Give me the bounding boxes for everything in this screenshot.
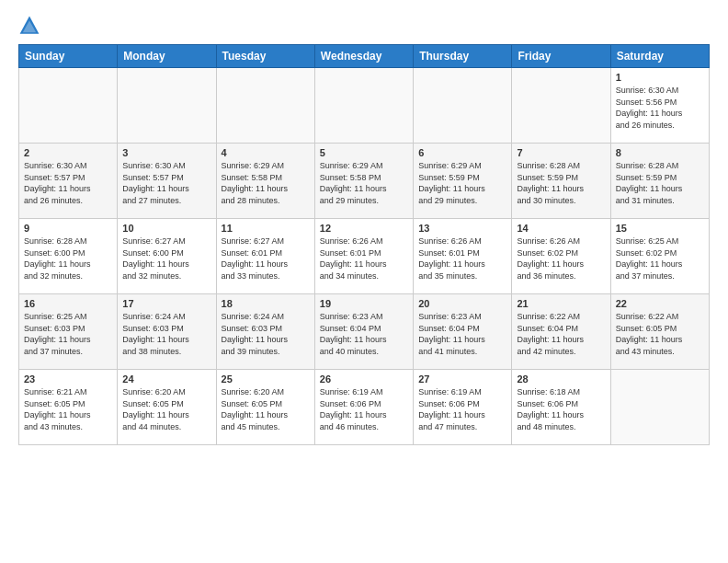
day-number: 9 xyxy=(24,223,112,234)
calendar-cell: 22Sunrise: 6:22 AMSunset: 6:05 PMDayligh… xyxy=(610,294,709,370)
calendar-cell xyxy=(610,370,709,445)
day-number: 6 xyxy=(418,147,506,158)
calendar-cell xyxy=(216,68,314,144)
day-number: 12 xyxy=(320,223,408,234)
calendar-cell: 6Sunrise: 6:29 AMSunset: 5:59 PMDaylight… xyxy=(414,144,512,219)
calendar-cell: 23Sunrise: 6:21 AMSunset: 6:05 PMDayligh… xyxy=(19,370,118,445)
day-info: Sunrise: 6:28 AMSunset: 5:59 PMDaylight:… xyxy=(616,160,704,206)
weekday-saturday: Saturday xyxy=(610,45,709,68)
day-info: Sunrise: 6:25 AMSunset: 6:03 PMDaylight:… xyxy=(24,311,112,357)
day-number: 2 xyxy=(24,147,112,158)
weekday-tuesday: Tuesday xyxy=(216,45,314,68)
week-row-3: 9Sunrise: 6:28 AMSunset: 6:00 PMDaylight… xyxy=(19,219,710,294)
calendar-cell: 11Sunrise: 6:27 AMSunset: 6:01 PMDayligh… xyxy=(216,219,314,294)
calendar-cell: 2Sunrise: 6:30 AMSunset: 5:57 PMDaylight… xyxy=(19,144,118,219)
day-number: 17 xyxy=(122,298,210,309)
calendar-cell: 18Sunrise: 6:24 AMSunset: 6:03 PMDayligh… xyxy=(216,294,314,370)
day-info: Sunrise: 6:23 AMSunset: 6:04 PMDaylight:… xyxy=(418,311,506,357)
calendar: SundayMondayTuesdayWednesdayThursdayFrid… xyxy=(18,44,710,445)
calendar-cell: 21Sunrise: 6:22 AMSunset: 6:04 PMDayligh… xyxy=(512,294,610,370)
calendar-cell: 20Sunrise: 6:23 AMSunset: 6:04 PMDayligh… xyxy=(414,294,512,370)
week-row-5: 23Sunrise: 6:21 AMSunset: 6:05 PMDayligh… xyxy=(19,370,710,445)
day-number: 14 xyxy=(517,223,605,234)
day-info: Sunrise: 6:22 AMSunset: 6:05 PMDaylight:… xyxy=(616,311,704,357)
day-number: 16 xyxy=(24,298,112,309)
day-number: 25 xyxy=(222,373,310,385)
day-number: 21 xyxy=(517,298,605,309)
calendar-cell: 14Sunrise: 6:26 AMSunset: 6:02 PMDayligh… xyxy=(512,219,610,294)
day-number: 26 xyxy=(320,373,408,385)
day-number: 8 xyxy=(616,147,704,158)
day-info: Sunrise: 6:24 AMSunset: 6:03 PMDaylight:… xyxy=(222,311,310,357)
calendar-cell: 26Sunrise: 6:19 AMSunset: 6:06 PMDayligh… xyxy=(314,370,413,445)
day-info: Sunrise: 6:29 AMSunset: 5:58 PMDaylight:… xyxy=(320,160,408,206)
weekday-monday: Monday xyxy=(118,45,216,68)
calendar-cell: 24Sunrise: 6:20 AMSunset: 6:05 PMDayligh… xyxy=(118,370,216,445)
day-info: Sunrise: 6:27 AMSunset: 6:00 PMDaylight:… xyxy=(122,236,210,282)
day-info: Sunrise: 6:29 AMSunset: 5:58 PMDaylight:… xyxy=(222,160,310,206)
day-info: Sunrise: 6:20 AMSunset: 6:05 PMDaylight:… xyxy=(122,386,210,432)
weekday-sunday: Sunday xyxy=(19,45,118,68)
calendar-cell: 4Sunrise: 6:29 AMSunset: 5:58 PMDaylight… xyxy=(216,144,314,219)
calendar-cell: 1Sunrise: 6:30 AMSunset: 5:56 PMDaylight… xyxy=(610,68,709,144)
calendar-cell xyxy=(512,68,610,144)
day-info: Sunrise: 6:28 AMSunset: 6:00 PMDaylight:… xyxy=(24,236,112,282)
day-info: Sunrise: 6:24 AMSunset: 6:03 PMDaylight:… xyxy=(122,311,210,357)
day-info: Sunrise: 6:30 AMSunset: 5:56 PMDaylight:… xyxy=(616,85,704,131)
day-number: 5 xyxy=(320,147,408,158)
calendar-cell: 9Sunrise: 6:28 AMSunset: 6:00 PMDaylight… xyxy=(19,219,118,294)
calendar-cell: 7Sunrise: 6:28 AMSunset: 5:59 PMDaylight… xyxy=(512,144,610,219)
page: SundayMondayTuesdayWednesdayThursdayFrid… xyxy=(0,0,728,563)
day-info: Sunrise: 6:29 AMSunset: 5:59 PMDaylight:… xyxy=(418,160,506,206)
calendar-cell: 8Sunrise: 6:28 AMSunset: 5:59 PMDaylight… xyxy=(610,144,709,219)
day-number: 24 xyxy=(122,373,210,385)
header xyxy=(18,15,710,37)
week-row-4: 16Sunrise: 6:25 AMSunset: 6:03 PMDayligh… xyxy=(19,294,710,370)
calendar-cell: 3Sunrise: 6:30 AMSunset: 5:57 PMDaylight… xyxy=(118,144,216,219)
calendar-cell: 28Sunrise: 6:18 AMSunset: 6:06 PMDayligh… xyxy=(512,370,610,445)
day-info: Sunrise: 6:26 AMSunset: 6:01 PMDaylight:… xyxy=(320,236,408,282)
day-number: 7 xyxy=(517,147,605,158)
day-number: 19 xyxy=(320,298,408,309)
logo-icon xyxy=(18,15,40,37)
day-number: 1 xyxy=(616,72,704,83)
day-info: Sunrise: 6:19 AMSunset: 6:06 PMDaylight:… xyxy=(418,386,506,432)
day-info: Sunrise: 6:26 AMSunset: 6:02 PMDaylight:… xyxy=(517,236,605,282)
day-number: 10 xyxy=(122,223,210,234)
calendar-cell xyxy=(314,68,413,144)
calendar-cell xyxy=(19,68,118,144)
week-row-2: 2Sunrise: 6:30 AMSunset: 5:57 PMDaylight… xyxy=(19,144,710,219)
week-row-1: 1Sunrise: 6:30 AMSunset: 5:56 PMDaylight… xyxy=(19,68,710,144)
day-number: 22 xyxy=(616,298,704,309)
day-info: Sunrise: 6:25 AMSunset: 6:02 PMDaylight:… xyxy=(616,236,704,282)
weekday-header-row: SundayMondayTuesdayWednesdayThursdayFrid… xyxy=(19,45,710,68)
day-info: Sunrise: 6:27 AMSunset: 6:01 PMDaylight:… xyxy=(222,236,310,282)
day-info: Sunrise: 6:18 AMSunset: 6:06 PMDaylight:… xyxy=(517,386,605,432)
calendar-cell: 15Sunrise: 6:25 AMSunset: 6:02 PMDayligh… xyxy=(610,219,709,294)
day-number: 4 xyxy=(222,147,310,158)
day-number: 28 xyxy=(517,373,605,385)
calendar-cell: 12Sunrise: 6:26 AMSunset: 6:01 PMDayligh… xyxy=(314,219,413,294)
day-info: Sunrise: 6:28 AMSunset: 5:59 PMDaylight:… xyxy=(517,160,605,206)
weekday-thursday: Thursday xyxy=(414,45,512,68)
day-info: Sunrise: 6:20 AMSunset: 6:05 PMDaylight:… xyxy=(222,386,310,432)
day-info: Sunrise: 6:30 AMSunset: 5:57 PMDaylight:… xyxy=(122,160,210,206)
day-number: 18 xyxy=(222,298,310,309)
day-info: Sunrise: 6:26 AMSunset: 6:01 PMDaylight:… xyxy=(418,236,506,282)
calendar-cell xyxy=(118,68,216,144)
day-info: Sunrise: 6:21 AMSunset: 6:05 PMDaylight:… xyxy=(24,386,112,432)
logo xyxy=(18,15,44,37)
day-number: 11 xyxy=(222,223,310,234)
day-number: 23 xyxy=(24,373,112,385)
calendar-cell: 25Sunrise: 6:20 AMSunset: 6:05 PMDayligh… xyxy=(216,370,314,445)
day-info: Sunrise: 6:23 AMSunset: 6:04 PMDaylight:… xyxy=(320,311,408,357)
day-number: 15 xyxy=(616,223,704,234)
weekday-wednesday: Wednesday xyxy=(314,45,413,68)
weekday-friday: Friday xyxy=(512,45,610,68)
calendar-cell xyxy=(414,68,512,144)
day-info: Sunrise: 6:19 AMSunset: 6:06 PMDaylight:… xyxy=(320,386,408,432)
day-info: Sunrise: 6:22 AMSunset: 6:04 PMDaylight:… xyxy=(517,311,605,357)
calendar-cell: 13Sunrise: 6:26 AMSunset: 6:01 PMDayligh… xyxy=(414,219,512,294)
calendar-cell: 10Sunrise: 6:27 AMSunset: 6:00 PMDayligh… xyxy=(118,219,216,294)
calendar-cell: 17Sunrise: 6:24 AMSunset: 6:03 PMDayligh… xyxy=(118,294,216,370)
